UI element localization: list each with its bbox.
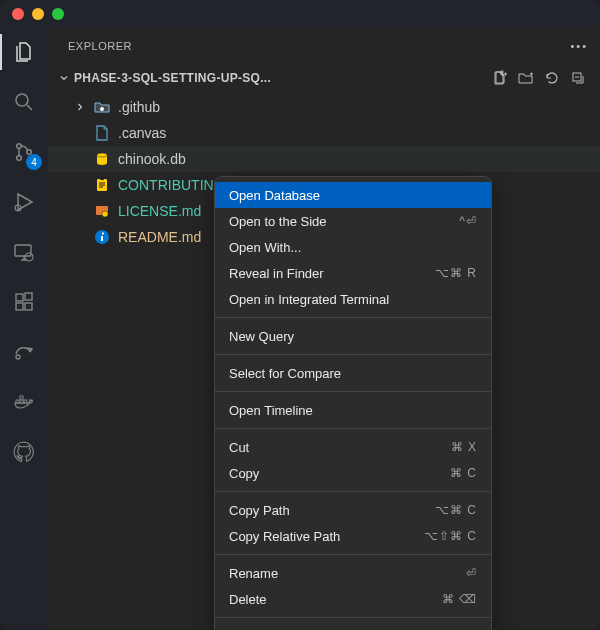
context-menu-item[interactable]: New Query (215, 323, 491, 349)
svg-point-2 (17, 156, 22, 161)
context-menu-item[interactable]: Git: View File History⌥ H (215, 623, 491, 630)
context-menu-shortcut: ⌘ ⌫ (442, 592, 477, 606)
context-menu-label: Delete (229, 592, 267, 607)
window-minimize-button[interactable] (32, 8, 44, 20)
context-menu-item[interactable]: Open Timeline (215, 397, 491, 423)
window-close-button[interactable] (12, 8, 24, 20)
new-file-icon[interactable] (492, 70, 508, 86)
tree-file[interactable]: .canvas (48, 120, 600, 146)
context-menu-item[interactable]: Reveal in Finder⌥⌘ R (215, 260, 491, 286)
tree-item-label: README.md (118, 229, 201, 245)
file-icon (94, 125, 110, 141)
context-menu-item[interactable]: Open Database (215, 182, 491, 208)
collapse-all-icon[interactable] (570, 70, 586, 86)
context-menu-label: Cut (229, 440, 249, 455)
file-icon (94, 177, 110, 193)
explorer-title: EXPLORER (68, 40, 132, 52)
context-menu-label: Open in Integrated Terminal (229, 292, 389, 307)
new-folder-icon[interactable] (518, 70, 534, 86)
svg-rect-8 (16, 303, 23, 310)
svg-point-0 (16, 94, 28, 106)
context-menu-item[interactable]: Copy Path⌥⌘ C (215, 497, 491, 523)
context-menu-label: Rename (229, 566, 278, 581)
refresh-icon[interactable] (544, 70, 560, 86)
file-icon (94, 203, 110, 219)
file-icon (94, 229, 110, 245)
context-menu-item[interactable]: Open With... (215, 234, 491, 260)
tree-folder[interactable]: .github (48, 94, 600, 120)
search-icon[interactable] (10, 88, 38, 116)
tree-item-label: .github (118, 99, 160, 115)
svg-rect-5 (15, 245, 31, 256)
context-menu-item[interactable]: Copy Relative Path⌥⇧⌘ C (215, 523, 491, 549)
svg-point-23 (102, 211, 108, 217)
window-zoom-button[interactable] (52, 8, 64, 20)
context-menu-label: Select for Compare (229, 366, 341, 381)
context-menu-item[interactable]: Copy⌘ C (215, 460, 491, 486)
context-menu-item[interactable]: Delete⌘ ⌫ (215, 586, 491, 612)
context-menu-item[interactable]: Open in Integrated Terminal (215, 286, 491, 312)
explorer-more-actions[interactable]: ••• (570, 40, 588, 52)
svg-point-17 (100, 107, 104, 111)
svg-point-11 (16, 355, 20, 359)
docker-icon[interactable] (10, 388, 38, 416)
svg-point-6 (25, 253, 33, 261)
context-menu-separator (215, 317, 491, 318)
context-menu-separator (215, 491, 491, 492)
folder-icon (94, 99, 110, 115)
context-menu-separator (215, 554, 491, 555)
context-menu-separator (215, 617, 491, 618)
context-menu-label: Copy Path (229, 503, 290, 518)
tree-item-label: .canvas (118, 125, 166, 141)
context-menu-shortcut: ⌥⌘ R (435, 266, 477, 280)
chevron-right-icon (74, 101, 86, 113)
file-icon (94, 151, 110, 167)
window-titlebar (0, 0, 600, 28)
context-menu-item[interactable]: Open to the Side^⏎ (215, 208, 491, 234)
svg-rect-15 (20, 396, 23, 399)
activity-bar: 4 (0, 28, 48, 630)
context-menu-separator (215, 428, 491, 429)
context-menu-shortcut: ⌥⌘ C (435, 503, 477, 517)
svg-rect-10 (25, 293, 32, 300)
github-icon[interactable] (10, 438, 38, 466)
context-menu-item[interactable]: Rename⏎ (215, 560, 491, 586)
context-menu-shortcut: ⏎ (466, 566, 477, 580)
context-menu-label: Open Database (229, 188, 320, 203)
svg-rect-7 (16, 294, 23, 301)
remote-explorer-icon[interactable] (10, 238, 38, 266)
project-name[interactable]: PHASE-3-SQL-SETTING-UP-SQ... (74, 71, 492, 85)
extensions-icon[interactable] (10, 288, 38, 316)
tree-item-label: LICENSE.md (118, 203, 201, 219)
activity-badge: 4 (26, 154, 42, 170)
context-menu-label: Reveal in Finder (229, 266, 324, 281)
context-menu-separator (215, 354, 491, 355)
chevron-down-icon[interactable] (58, 72, 70, 84)
context-menu-label: Open With... (229, 240, 301, 255)
files-icon[interactable] (10, 38, 38, 66)
debug-icon[interactable] (10, 188, 38, 216)
context-menu-label: New Query (229, 329, 294, 344)
share-icon[interactable] (10, 338, 38, 366)
svg-rect-9 (25, 303, 32, 310)
context-menu-shortcut: ^⏎ (459, 214, 477, 228)
context-menu-label: Open to the Side (229, 214, 327, 229)
tree-file[interactable]: chinook.db (48, 146, 600, 172)
context-menu[interactable]: Open DatabaseOpen to the Side^⏎Open With… (214, 176, 492, 630)
context-menu-label: Copy Relative Path (229, 529, 340, 544)
context-menu-item[interactable]: Cut⌘ X (215, 434, 491, 460)
svg-point-1 (17, 144, 22, 149)
context-menu-shortcut: ⌘ X (451, 440, 477, 454)
tree-item-label: chinook.db (118, 151, 186, 167)
context-menu-shortcut: ⌘ C (450, 466, 477, 480)
context-menu-shortcut: ⌥⇧⌘ C (424, 529, 477, 543)
svg-rect-21 (100, 178, 104, 180)
context-menu-item[interactable]: Select for Compare (215, 360, 491, 386)
context-menu-label: Open Timeline (229, 403, 313, 418)
context-menu-label: Copy (229, 466, 259, 481)
source-control-icon[interactable]: 4 (10, 138, 38, 166)
context-menu-separator (215, 391, 491, 392)
